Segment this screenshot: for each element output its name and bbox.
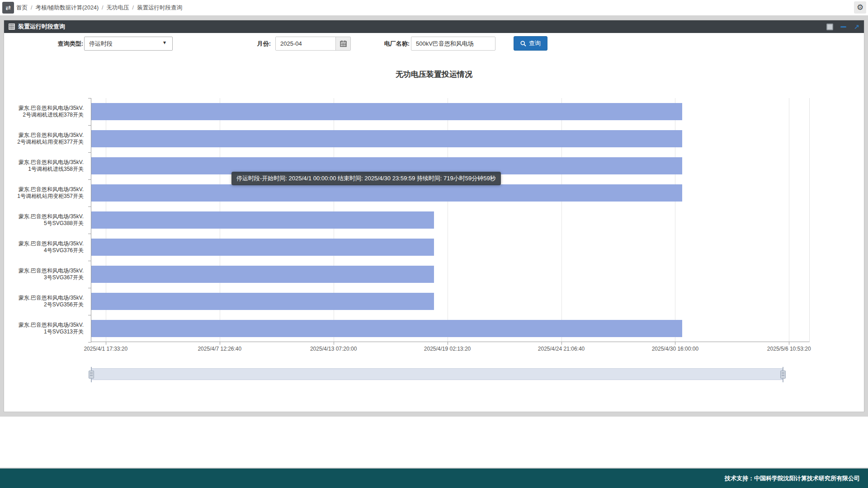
y-axis-label: 蒙东.巴音恩和风电场/35kV.1号调相机进线358开关 [1,152,88,179]
y-axis-tick [88,315,91,315]
y-axis-tick [88,206,91,207]
query-panel: 装置运行时段查询 ↗ 查询类型: 停运时段 ▾ 月份: [4,20,864,412]
breadcrumb-separator: / [132,5,134,11]
x-axis-tick [106,342,106,345]
datazoom-slider[interactable] [91,368,783,380]
breadcrumb-item-1[interactable]: 首页 [16,5,28,11]
x-axis-label: 2025/4/1 17:33:20 [84,346,127,352]
x-axis-label: 2025/5/6 10:53:20 [767,346,811,352]
top-navbar: ⇄ 首页/考核/辅助数据计算(2024)/无功电压/装置运行时段查询 ⚙ [0,0,868,15]
y-axis-label: 蒙东.巴音恩和风电场/35kV.2号SVG356开关 [1,288,88,315]
refresh-icon[interactable]: ⇄ [2,2,14,14]
y-axis-label-line: 1号调相机进线358开关 [28,166,84,173]
y-axis-label-line: 3号SVG367开关 [44,274,84,281]
x-axis-tick [448,342,448,345]
x-axis-tick [675,342,675,345]
query-type-select[interactable]: 停运时段 [84,37,173,51]
datazoom-left-grip[interactable] [89,371,94,379]
datazoom-left-handle[interactable] [91,367,92,382]
y-axis-tick [88,261,91,261]
y-axis-label-line: 蒙东.巴音恩和风电场/35kV. [19,105,84,112]
y-axis-label-line: 蒙东.巴音恩和风电场/35kV. [19,240,84,247]
x-axis-label: 2025/4/13 07:20:00 [310,346,357,352]
y-axis-label-line: 蒙东.巴音恩和风电场/35kV. [19,159,84,166]
breadcrumb-item-3[interactable]: 无功电压 [107,5,129,11]
gear-icon[interactable]: ⚙ [854,1,866,14]
y-axis-tick [88,234,91,234]
bar-row-5[interactable] [91,211,434,229]
y-axis-tick [88,288,91,288]
datazoom-right-handle[interactable] [783,367,783,382]
plant-name-input[interactable] [411,37,495,51]
bar-row-8[interactable] [91,293,434,310]
month-label: 月份: [246,40,271,48]
bar-row-1[interactable] [91,103,682,120]
bar-row-2[interactable] [91,130,682,147]
search-icon [520,41,526,47]
search-button[interactable]: 查询 [514,36,547,51]
y-axis-label-line: 蒙东.巴音恩和风电场/35kV. [19,267,84,274]
y-axis-label-line: 蒙东.巴音恩和风电场/35kV. [19,295,84,301]
y-axis-tick [88,342,91,343]
content-area: 装置运行时段查询 ↗ 查询类型: 停运时段 ▾ 月份: [0,15,868,417]
y-axis-label: 蒙东.巴音恩和风电场/35kV.3号SVG367开关 [1,261,88,288]
month-input[interactable] [276,37,335,50]
panel-title: 装置运行时段查询 [18,23,65,31]
x-axis-tick [561,342,562,345]
bar-row-7[interactable] [91,266,434,283]
x-axis-tick [334,342,334,345]
breadcrumb-separator: / [102,5,103,11]
y-axis-label-line: 4号SVG376开关 [44,247,84,254]
breadcrumb: 首页/考核/辅助数据计算(2024)/无功电压/装置运行时段查询 [16,0,182,15]
y-axis-label-line: 蒙东.巴音恩和风电场/35kV. [19,213,84,220]
y-axis-label: 蒙东.巴音恩和风电场/35kV.2号调相机站用变柜377开关 [1,125,88,152]
breadcrumb-item-4[interactable]: 装置运行时段查询 [137,5,182,11]
chart-plot-area: 停运时段-开始时间: 2025/4/1 00:00:00 结束时间: 2025/… [91,98,810,342]
y-axis-label: 蒙东.巴音恩和风电场/35kV.5号SVG388开关 [1,206,88,234]
y-axis-label-line: 5号SVG388开关 [44,220,84,227]
x-axis-label: 2025/4/19 02:13:20 [424,346,471,352]
y-axis-label: 蒙东.巴音恩和风电场/35kV.2号调相机进线柜378开关 [1,98,88,125]
y-axis-tick [88,98,91,99]
panel-header: 装置运行时段查询 ↗ [4,20,864,33]
filter-row: 查询类型: 停运时段 ▾ 月份: [4,33,864,57]
table-grid-icon [9,23,15,30]
chart-container: 无功电压装置投运情况 停运时段-开始时间: 2025/4/1 00:00:00 … [4,57,864,412]
plant-name-label: 电厂名称: [377,40,410,48]
y-axis-label-line: 蒙东.巴音恩和风电场/35kV. [19,322,84,328]
x-axis-label: 2025/4/30 16:00:00 [652,346,698,352]
collapse-icon[interactable] [840,26,846,28]
x-axis-tick [789,342,789,345]
bar-row-9[interactable] [91,320,682,337]
chart-title: 无功电压装置投运情况 [4,69,864,80]
datazoom-right-grip[interactable] [780,371,786,379]
search-button-label: 查询 [529,39,541,47]
footer-support-text: 技术支持：中国科学院沈阳计算技术研究所有限公司 [725,474,860,483]
y-axis-label-line: 2号调相机进线柜378开关 [23,112,84,118]
y-axis-label-line: 2号SVG356开关 [44,301,84,308]
bar-row-4[interactable] [91,184,682,202]
y-axis-label: 蒙东.巴音恩和风电场/35kV.1号调相机站用变柜357开关 [1,179,88,206]
x-axis-tick [220,342,220,345]
breadcrumb-separator: / [31,5,32,11]
y-axis-label-line: 1号调相机站用变柜357开关 [17,193,84,200]
y-axis-label: 蒙东.巴音恩和风电场/35kV.1号SVG313开关 [1,315,88,342]
y-axis-tick [88,179,91,180]
x-axis-label: 2025/4/7 12:26:40 [198,346,241,352]
month-field-group [275,37,351,51]
y-axis-tick [88,125,91,126]
bar-row-6[interactable] [91,239,434,256]
breadcrumb-item-2[interactable]: 考核/辅助数据计算(2024) [35,5,99,11]
y-axis-label: 蒙东.巴音恩和风电场/35kV.4号SVG376开关 [1,234,88,261]
query-type-label: 查询类型: [45,40,83,48]
y-axis-label-line: 1号SVG313开关 [44,328,84,335]
chart-tooltip: 停运时段-开始时间: 2025/4/1 00:00:00 结束时间: 2025/… [231,172,501,185]
y-axis-label-line: 蒙东.巴音恩和风电场/35kV. [19,132,84,139]
calendar-icon[interactable] [335,37,350,50]
window-icon[interactable] [826,23,833,30]
expand-icon[interactable]: ↗ [854,23,859,30]
footer: 技术支持：中国科学院沈阳计算技术研究所有限公司 [0,468,868,488]
y-axis-label-line: 蒙东.巴音恩和风电场/35kV. [19,186,84,193]
y-axis-tick [88,152,91,153]
x-axis-label: 2025/4/24 21:06:40 [538,346,585,352]
